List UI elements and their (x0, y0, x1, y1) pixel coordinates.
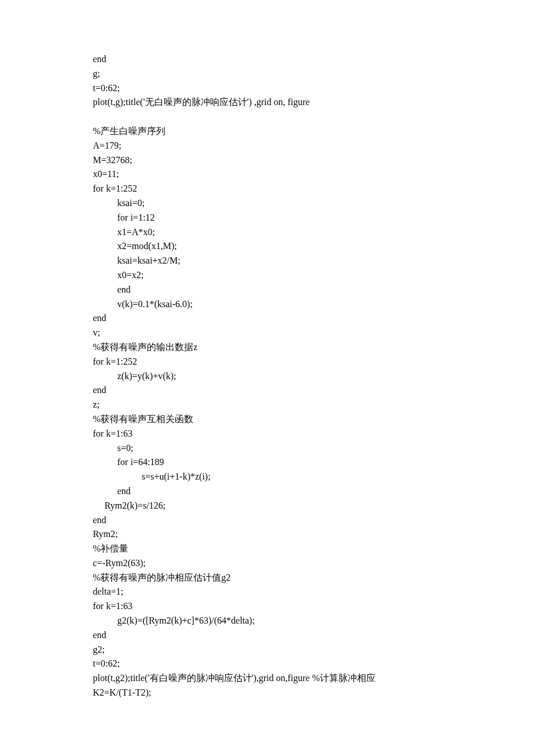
code-line: t=0:62; (93, 657, 444, 671)
code-line: v; (93, 326, 444, 340)
code-line: %获得有噪声的输出数据z (93, 340, 444, 355)
code-line: s=s+u(i+1-k)*z(i); (93, 470, 444, 484)
code-line (93, 110, 444, 124)
code-line: for k=1:252 (93, 182, 444, 196)
code-line: end (93, 311, 444, 326)
code-line: x2=mod(x1,M); (93, 239, 444, 254)
code-line: for k=1:63 (93, 599, 444, 614)
code-line: t=0:62; (93, 81, 444, 96)
code-line: end (93, 484, 444, 499)
code-line: ksai=0; (93, 196, 444, 211)
code-line: for k=1:252 (93, 355, 444, 369)
code-line: %补偿量 (93, 542, 444, 556)
code-line: end (93, 383, 444, 398)
code-line: end (93, 283, 444, 297)
code-line: end (93, 513, 444, 528)
code-line: z; (93, 398, 444, 412)
code-line: plot(t,g);title('无白噪声的脉冲响应估计') ,grid on,… (93, 95, 444, 110)
code-line: for i=64:189 (93, 455, 444, 470)
code-line: s=0; (93, 441, 444, 456)
code-line: for k=1:63 (93, 427, 444, 441)
code-line: ksai=ksai+x2/M; (93, 254, 444, 268)
code-line: v(k)=0.1*(ksai-6.0); (93, 297, 444, 312)
code-line: %获得有噪声的脉冲相应估计值g2 (93, 571, 444, 585)
code-line: x0=x2; (93, 268, 444, 283)
code-line: g2(k)=([Rym2(k)+c]*63)/(64*delta); (93, 614, 444, 628)
code-line: end (93, 628, 444, 643)
code-line: K2=K/(T1-T2); (93, 686, 444, 700)
code-line: z(k)=y(k)+v(k); (93, 369, 444, 384)
code-line: M=32768; (93, 153, 444, 168)
code-line: %产生白噪声序列 (93, 124, 444, 139)
code-line: plot(t,g2);title('有白噪声的脉冲响应估计'),grid on,… (93, 671, 444, 686)
code-line: x0=11; (93, 167, 444, 182)
code-line: g; (93, 67, 444, 81)
code-line: Rym2; (93, 527, 444, 542)
code-document: endg;t=0:62;plot(t,g);title('无白噪声的脉冲响应估计… (0, 0, 534, 756)
code-line: for i=1:12 (93, 211, 444, 225)
code-line: delta=1; (93, 585, 444, 599)
code-line: Rym2(k)=s/126; (93, 499, 444, 513)
code-line: x1=A*x0; (93, 225, 444, 240)
code-line: g2; (93, 643, 444, 657)
code-line: A=179; (93, 139, 444, 153)
code-line: end (93, 52, 444, 67)
code-listing: endg;t=0:62;plot(t,g);title('无白噪声的脉冲响应估计… (93, 52, 444, 700)
code-line: %获得有噪声互相关函数 (93, 412, 444, 427)
code-line: c=-Rym2(63); (93, 556, 444, 571)
